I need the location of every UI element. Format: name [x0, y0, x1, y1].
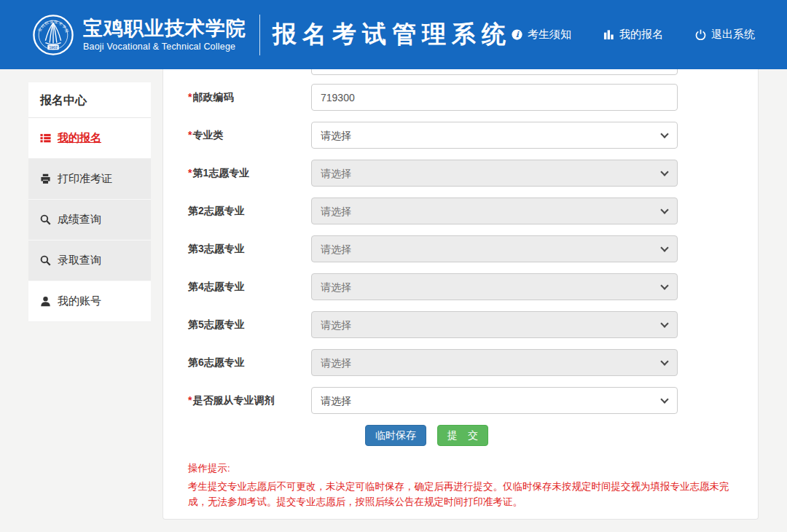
- temp-save-button[interactable]: 临时保存: [365, 425, 426, 446]
- svg-text:1902: 1902: [49, 44, 58, 49]
- college-logo-icon: 宝鸡职业技术学院 1902: [32, 14, 74, 56]
- form-row-postal-code: *邮政编码: [188, 84, 758, 111]
- sidebar-item-score-query[interactable]: 成绩查询: [28, 200, 151, 240]
- nav-item-my-application[interactable]: 我的报名: [603, 28, 663, 42]
- field-label-choice-1-major: *第1志愿专业: [188, 160, 311, 187]
- required-asterisk: *: [188, 91, 192, 103]
- field-label-choice-5-major: 第5志愿专业: [188, 311, 311, 338]
- user-icon: [40, 296, 51, 307]
- search-icon: [40, 255, 51, 266]
- form-row-choice-4-major: 第4志愿专业请选择: [188, 273, 758, 300]
- field-label-text: 是否服从专业调剂: [192, 394, 274, 406]
- info-circle-icon: i: [512, 29, 522, 40]
- form-row-choice-5-major: 第5志愿专业请选择: [188, 311, 758, 338]
- top-nav: i考生须知我的报名退出系统: [512, 28, 755, 42]
- choice-3-major-select[interactable]: 请选择: [311, 235, 678, 262]
- field-label-obey-adjustment: *是否服从专业调剂: [188, 387, 311, 414]
- search-icon: [40, 214, 51, 225]
- nav-item-label: 我的报名: [619, 28, 663, 42]
- sidebar-title: 报名中心: [28, 82, 151, 118]
- choice-4-major-select[interactable]: 请选择: [311, 273, 678, 300]
- sidebar: 报名中心 我的报名打印准考证成绩查询录取查询我的账号: [28, 82, 151, 322]
- field-label-text: 第1志愿专业: [192, 167, 249, 179]
- field-label-postal-code: *邮政编码: [188, 84, 311, 111]
- header-divider: [259, 15, 260, 55]
- app-header: 宝鸡职业技术学院 1902 宝鸡职业技术学院 Baoji Vocational …: [0, 0, 787, 69]
- tips-body: 考生提交专业志愿后不可更改，未决定可临时保存，确定后再进行提交。仅临时保存未按规…: [188, 479, 740, 509]
- choice-5-major-select[interactable]: 请选择: [311, 311, 678, 338]
- field-label-text: 第6志愿专业: [188, 356, 245, 368]
- choice-1-major-select[interactable]: 请选择: [311, 160, 678, 187]
- field-label-text: 第3志愿专业: [188, 243, 245, 254]
- field-label-text: 专业类: [192, 129, 223, 141]
- college-name: 宝鸡职业技术学院: [83, 17, 246, 39]
- college-logo: 宝鸡职业技术学院 1902: [32, 14, 74, 56]
- form-row-major-category: *专业类请选择: [188, 122, 758, 149]
- sidebar-item-print-admission-ticket[interactable]: 打印准考证: [28, 159, 151, 200]
- bar-chart-icon: [603, 29, 614, 40]
- field-label-major-category: *专业类: [188, 122, 311, 149]
- field-label-text: 第2志愿专业: [188, 205, 245, 216]
- clipped-input[interactable]: [311, 69, 678, 75]
- field-label-text: 第4志愿专业: [188, 281, 245, 292]
- sidebar-item-label: 成绩查询: [58, 213, 101, 227]
- nav-item-label: 退出系统: [711, 28, 755, 42]
- field-label-text: 邮政编码: [192, 91, 233, 103]
- required-asterisk: *: [188, 129, 192, 141]
- form-row-choice-6-major: 第6志愿专业请选择: [188, 349, 758, 376]
- college-name-en: Baoji Vocational & Technical College: [83, 42, 246, 52]
- field-control: 请选择: [311, 122, 678, 149]
- major-category-select[interactable]: 请选择: [311, 122, 678, 149]
- form-row-choice-2-major: 第2志愿专业请选择: [188, 197, 758, 224]
- submit-button[interactable]: 提 交: [437, 425, 488, 446]
- form-actions: 临时保存提 交: [365, 425, 758, 446]
- choice-6-major-select[interactable]: 请选择: [311, 349, 678, 376]
- obey-adjustment-select[interactable]: 请选择: [311, 387, 678, 414]
- field-control: 请选择: [311, 349, 678, 376]
- list-icon: [40, 133, 51, 144]
- form-row-choice-3-major: 第3志愿专业请选择: [188, 235, 758, 262]
- sidebar-item-label: 我的账号: [58, 294, 101, 308]
- field-control: 请选择: [311, 273, 678, 300]
- field-label-choice-4-major: 第4志愿专业: [188, 273, 311, 300]
- nav-item-candidate-notice[interactable]: i考生须知: [512, 28, 571, 42]
- nav-item-logout[interactable]: 退出系统: [695, 28, 755, 42]
- field-label-text: 第5志愿专业: [188, 318, 245, 330]
- application-form-card: *邮政编码*专业类请选择*第1志愿专业请选择第2志愿专业请选择第3志愿专业请选择…: [163, 69, 759, 520]
- college-name-block: 宝鸡职业技术学院 Baoji Vocational & Technical Co…: [83, 17, 246, 52]
- operation-tips: 操作提示: 考生提交专业志愿后不可更改，未决定可临时保存，确定后再进行提交。仅临…: [188, 462, 758, 509]
- field-control: 请选择: [311, 197, 678, 224]
- power-icon: [695, 29, 706, 40]
- field-control: 请选择: [311, 311, 678, 338]
- system-title: 报名考试管理系统: [273, 18, 512, 51]
- choice-2-major-select[interactable]: 请选择: [311, 197, 678, 224]
- sidebar-item-my-account[interactable]: 我的账号: [28, 281, 151, 322]
- sidebar-item-label: 打印准考证: [58, 172, 112, 186]
- nav-item-label: 考生须知: [528, 28, 571, 42]
- field-label-choice-2-major: 第2志愿专业: [188, 197, 311, 224]
- sidebar-item-my-application[interactable]: 我的报名: [28, 118, 151, 159]
- printer-icon: [40, 173, 51, 184]
- field-control: 请选择: [311, 160, 678, 187]
- field-label-choice-3-major: 第3志愿专业: [188, 235, 311, 262]
- required-asterisk: *: [188, 394, 192, 406]
- postal-code-input[interactable]: [311, 84, 678, 111]
- sidebar-item-admission-query[interactable]: 录取查询: [28, 240, 151, 281]
- sidebar-item-label: 我的报名: [58, 131, 101, 145]
- field-control: [311, 84, 678, 111]
- form-row-choice-1-major: *第1志愿专业请选择: [188, 160, 758, 187]
- field-control: 请选择: [311, 387, 678, 414]
- field-label-choice-6-major: 第6志愿专业: [188, 349, 311, 376]
- tips-title: 操作提示:: [188, 462, 758, 475]
- field-control: 请选择: [311, 235, 678, 262]
- required-asterisk: *: [188, 167, 192, 179]
- sidebar-item-label: 录取查询: [58, 254, 101, 267]
- form-row-obey-adjustment: *是否服从专业调剂请选择: [188, 387, 758, 414]
